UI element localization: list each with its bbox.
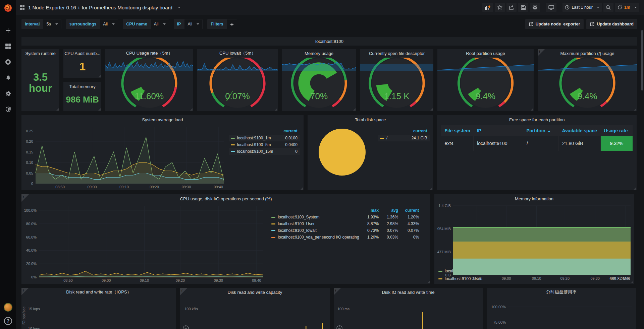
user-avatar[interactable]	[4, 303, 12, 312]
var-interval-label: interval	[21, 19, 43, 29]
col-ip[interactable]: IP	[474, 125, 523, 136]
refresh-icon	[618, 5, 622, 10]
sort-asc-icon	[547, 130, 551, 132]
svg-text:0.15: 0.15	[26, 150, 33, 154]
dashboards-icon[interactable]	[3, 42, 13, 51]
panel-title[interactable]: Currently open file descriptor	[360, 49, 433, 58]
panel-title[interactable]: System average load	[21, 115, 304, 124]
cpu-usage-chart[interactable]: 08:5009:0009:1009:2009:3009:400%20.0%40.…	[21, 203, 267, 284]
panel-title[interactable]: Disk read and write rate（IOPS）	[21, 288, 176, 297]
legend-item[interactable]: localhost:9100_vda_per second I/O operat…	[268, 234, 422, 241]
var-cpu-name-value[interactable]: All	[151, 19, 169, 29]
legend-item[interactable]: /24.1 GiB	[378, 135, 430, 141]
panel-title[interactable]: Maximum partition (/) usage	[538, 49, 637, 58]
disk-iops-chart[interactable]: 15 iops10 iopsI/O ops/sec	[21, 297, 176, 329]
panel-title[interactable]: CPU usage, disk I/O operations per secon…	[21, 194, 430, 203]
server-admin-shield-icon[interactable]	[3, 105, 13, 114]
disk-usage-pct-chart[interactable]: 100.00%75.00%	[487, 297, 636, 329]
legend-sort-current[interactable]: current	[398, 208, 419, 213]
panel-title[interactable]: CPU Audit numb...	[63, 49, 101, 58]
svg-text:09:40: 09:40	[621, 276, 630, 280]
legend-item[interactable]: localhost:9100_15m0	[229, 148, 300, 155]
info-icon[interactable]: i	[538, 49, 545, 56]
add-panel-button[interactable]	[482, 3, 493, 12]
memory-info-chart[interactable]: 08:5009:0009:1009:2009:3009:400 B477 MiB…	[434, 203, 634, 261]
panel-title[interactable]: CPU iowait（5m）	[197, 49, 278, 58]
panel-title[interactable]: CPU Usage rate（5m）	[105, 49, 193, 58]
legend-header[interactable]: current	[378, 128, 430, 135]
dashboard-grid-icon[interactable]	[19, 5, 25, 10]
update-node-exporter-button[interactable]: Update node_exporter	[525, 19, 584, 29]
panel-title[interactable]: Disk read and write capacity	[180, 288, 330, 297]
system-load-chart[interactable]: 08:5009:0009:1009:2009:3009:4000.050.100…	[21, 124, 227, 190]
update-dashboard-button[interactable]: Update dashboard	[586, 19, 637, 29]
table-row[interactable]: ext4 localhost:9100 / 21.80 GiB 9.32%	[441, 136, 633, 151]
panel-title[interactable]: System runtime	[21, 49, 59, 58]
legend-sort-max[interactable]: max	[359, 208, 379, 213]
save-button[interactable]	[518, 3, 528, 12]
panel-title[interactable]: Memory information	[434, 194, 634, 203]
disk-io-time-chart[interactable]: 100 ms50 ms	[334, 297, 483, 329]
col-partition[interactable]: Partition	[523, 125, 558, 136]
add-icon[interactable]	[3, 26, 13, 35]
info-icon[interactable]: i	[180, 288, 187, 295]
svg-text:100.0%: 100.0%	[24, 208, 37, 212]
legend-item[interactable]: localhost:9100_1m0.0100	[229, 135, 300, 141]
panel-disk-capacity: i Disk read and write capacity 100 kBs50…	[180, 288, 330, 329]
legend-item[interactable]: localhost:9100_User8.87%2.98%4.33%	[268, 220, 422, 227]
help-icon[interactable]: ?	[4, 317, 12, 325]
star-button[interactable]	[495, 3, 505, 12]
explore-icon[interactable]	[3, 58, 13, 66]
panel-cpu-audit: CPU Audit numb... 1	[63, 49, 101, 78]
refresh-button[interactable]: 1m	[615, 3, 639, 12]
info-icon[interactable]: i	[334, 288, 341, 295]
add-filter-button[interactable]	[227, 19, 237, 29]
stat-column: CPU Audit numb... 1 Total memory 986 MiB	[63, 49, 101, 111]
svg-text:09:40: 09:40	[214, 185, 223, 189]
legend-header[interactable]: current	[229, 128, 300, 135]
alerting-bell-icon[interactable]	[3, 73, 13, 82]
panel-disk-iops: i Disk read and write rate（IOPS） 15 iops…	[21, 288, 176, 329]
legend-item[interactable]: localhost:9100_System1.93%1.36%1.20%	[268, 214, 422, 220]
grafana-logo[interactable]	[0, 0, 16, 16]
panel-title[interactable]: 分时磁盘使用率	[487, 288, 636, 297]
y-axis-arrows-icon[interactable]	[183, 324, 189, 329]
stat-system-runtime: 3.5 hour	[21, 58, 59, 111]
panel-title[interactable]: Root partition usage	[437, 49, 534, 58]
legend-header-row: maxavgcurrent	[268, 207, 422, 214]
col-file-system[interactable]: File system	[441, 125, 473, 136]
info-icon[interactable]: i	[21, 194, 29, 202]
panel-system-runtime: System runtime 3.5 hour	[21, 49, 59, 111]
dashboard-title[interactable]: 1 Node Exporter 0.16 + for Prometheus Mo…	[28, 5, 172, 10]
row-header-localhost[interactable]: localhost:9100	[21, 37, 637, 46]
panel-title[interactable]: Free space for each partition	[437, 115, 637, 124]
usage-rate-badge: 9.32%	[601, 136, 633, 151]
var-interval-value[interactable]: 5s	[43, 19, 61, 29]
scrollbar[interactable]	[641, 17, 643, 325]
legend-sort-avg[interactable]: avg	[379, 208, 398, 213]
panel-title[interactable]: Total disk space	[308, 115, 433, 124]
svg-text:09:20: 09:20	[176, 278, 185, 282]
var-cpu-name: CPU name All	[123, 19, 169, 29]
var-surroundings-value[interactable]: All	[100, 19, 118, 29]
zoom-out-button[interactable]	[603, 3, 613, 12]
col-usage-rate[interactable]: Usage rate	[600, 125, 633, 136]
configuration-gear-icon[interactable]	[3, 89, 13, 98]
settings-gear-button[interactable]	[530, 3, 540, 12]
var-ip-value[interactable]: All	[184, 19, 203, 29]
disk-capacity-chart[interactable]: 100 kBs50 kBs	[180, 297, 330, 329]
legend-item[interactable]: localhost:9100_Iowait0.73%0.07%0.07%	[268, 227, 422, 234]
legend-item[interactable]: localhost:9100_5m0.0400	[229, 141, 300, 148]
time-range-picker[interactable]: Last 1 hour	[562, 3, 602, 12]
info-icon[interactable]: i	[21, 288, 29, 295]
y-axis-arrows-icon[interactable]	[336, 324, 342, 329]
col-available-space[interactable]: Available space	[558, 125, 600, 136]
cycle-view-tv-button[interactable]	[546, 3, 556, 12]
scrollbar-thumb[interactable]	[641, 30, 643, 90]
panel-title[interactable]: Memory usage	[282, 49, 356, 58]
panel-title[interactable]: Total memory	[63, 82, 101, 91]
panel-title[interactable]: Disk IO read and write time	[334, 288, 483, 297]
refresh-caret-icon	[634, 7, 637, 8]
disk-space-pie[interactable]	[319, 129, 366, 176]
share-button[interactable]	[506, 3, 517, 12]
